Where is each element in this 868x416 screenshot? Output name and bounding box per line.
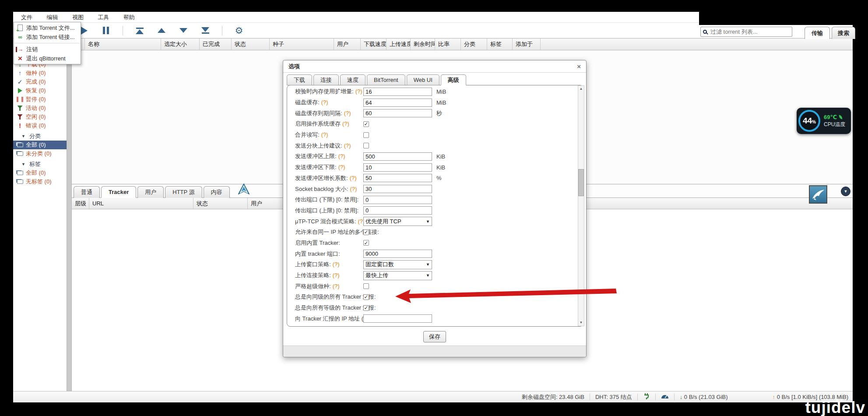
sidebar-section-header[interactable]: 分类 <box>13 132 67 141</box>
column-header[interactable]: 剩余时间 <box>411 39 435 50</box>
help-link[interactable]: (?) <box>344 142 351 149</box>
column-header[interactable]: 已完成 <box>200 39 232 50</box>
save-button[interactable]: 保存 <box>423 331 446 342</box>
field-input[interactable] <box>363 185 432 193</box>
menu-bar-item[interactable]: 文件 <box>15 14 39 21</box>
field-checkbox[interactable] <box>363 294 369 300</box>
menu-item[interactable]: 退出 qBittorrent <box>14 54 81 63</box>
field-select[interactable]: 优先使用 TCP▼ <box>363 217 432 226</box>
help-link[interactable]: (?) <box>321 99 328 106</box>
help-link[interactable]: (?) <box>338 164 345 170</box>
help-link[interactable]: (?) <box>333 283 340 289</box>
tab-search[interactable]: 搜索 <box>832 27 855 39</box>
field-select[interactable]: 固定窗口数▼ <box>363 260 432 269</box>
column-header[interactable]: 状态 <box>193 198 248 209</box>
dialog-title-bar[interactable]: 选项 × <box>283 60 586 73</box>
column-header[interactable]: 用户 <box>334 39 361 50</box>
sidebar-item[interactable]: 完成 (0) <box>13 78 67 86</box>
sidebar-item[interactable]: 暂停 (0) <box>13 95 67 104</box>
move-top-button[interactable] <box>134 25 145 36</box>
column-header[interactable]: 上传速度 <box>387 39 411 50</box>
field-checkbox[interactable] <box>363 132 369 138</box>
field-input[interactable] <box>363 206 432 215</box>
speed-limit-icon[interactable] <box>661 394 669 400</box>
sidebar-section-header[interactable]: 标签 <box>13 160 67 169</box>
sidebar-item[interactable]: 做种 (0) <box>13 69 67 78</box>
help-link[interactable]: (?) <box>344 110 351 116</box>
field-checkbox[interactable] <box>363 283 369 289</box>
help-link[interactable]: (?) <box>321 131 328 138</box>
dialog-scrollbar[interactable]: ▲ ▼ <box>578 85 584 326</box>
details-tab[interactable]: 普通 <box>74 186 100 198</box>
help-link[interactable]: (?) <box>350 186 357 192</box>
details-tab[interactable]: HTTP 源 <box>165 186 202 198</box>
details-tab[interactable]: Tracker <box>101 186 136 198</box>
menu-item[interactable]: 添加 Torrent 链接... <box>14 32 81 42</box>
tab-transfers[interactable]: 传输 <box>805 27 830 39</box>
field-input[interactable] <box>363 250 432 258</box>
column-header[interactable]: 添加于 <box>513 39 541 50</box>
help-link[interactable]: (?) <box>355 88 362 95</box>
menu-item[interactable]: 注销 <box>14 45 81 54</box>
field-checkbox[interactable] <box>363 143 369 148</box>
sidebar-item[interactable]: 未分类 (0) <box>13 149 67 158</box>
sidebar-item[interactable]: 活动 (0) <box>13 104 67 113</box>
field-input[interactable] <box>363 196 432 204</box>
column-header[interactable]: URL <box>89 198 193 209</box>
menu-item[interactable]: 添加 Torrent 文件... <box>14 23 81 32</box>
dialog-tab[interactable]: Web UI <box>407 74 439 85</box>
sidebar-item[interactable]: 全部 (0) <box>13 141 67 149</box>
column-header[interactable]: 名称 <box>85 39 161 50</box>
sidebar-splitter[interactable] <box>67 50 72 391</box>
field-input[interactable] <box>363 99 432 107</box>
pause-button[interactable] <box>101 25 111 36</box>
field-input[interactable] <box>363 174 432 182</box>
sidebar-item[interactable]: 全部 (0) <box>13 169 67 177</box>
help-link[interactable]: (?) <box>342 120 349 127</box>
field-checkbox[interactable] <box>363 229 369 235</box>
field-checkbox[interactable] <box>363 305 369 311</box>
details-tab[interactable]: 内容 <box>204 186 230 198</box>
field-input[interactable] <box>363 163 432 172</box>
column-header[interactable]: 状态 <box>232 39 270 50</box>
field-input[interactable] <box>363 109 432 117</box>
menu-bar-item[interactable]: 工具 <box>91 14 115 21</box>
column-header[interactable]: 下载速度 <box>361 39 387 50</box>
field-checkbox[interactable] <box>363 240 369 246</box>
scroll-down-icon[interactable]: ▼ <box>578 320 584 326</box>
help-link[interactable]: (?) <box>333 272 340 279</box>
column-header[interactable]: 分类 <box>461 39 487 50</box>
chevron-down-icon[interactable]: ▼ <box>841 187 850 196</box>
field-input[interactable] <box>363 314 432 323</box>
move-down-button[interactable] <box>178 25 189 36</box>
field-input[interactable] <box>363 152 432 161</box>
move-up-button[interactable] <box>156 25 167 36</box>
help-link[interactable]: (?) <box>333 261 340 268</box>
dialog-tab[interactable]: 连接 <box>313 74 339 85</box>
scroll-up-icon[interactable]: ▲ <box>578 86 584 92</box>
column-header[interactable]: 比率 <box>435 39 461 50</box>
sidebar-item[interactable]: 恢复 (0) <box>13 86 67 95</box>
bird-icon[interactable] <box>809 185 827 204</box>
dialog-tab[interactable]: BitTorrent <box>367 74 405 85</box>
sidebar-item[interactable]: 空闲 (0) <box>13 113 67 121</box>
scrollbar-thumb[interactable] <box>578 169 584 196</box>
field-select[interactable]: 最快上传▼ <box>363 271 432 280</box>
menu-bar-item[interactable]: 视图 <box>66 14 90 21</box>
help-link[interactable]: (?) <box>350 175 357 181</box>
field-input[interactable] <box>363 88 432 96</box>
options-button[interactable]: ⚙ <box>234 25 244 36</box>
dialog-tab[interactable]: 高级 <box>441 74 466 85</box>
column-header[interactable]: 层级 <box>72 198 89 209</box>
help-link[interactable]: (?) <box>338 153 345 159</box>
menu-bar-item[interactable]: 编辑 <box>40 14 64 21</box>
filter-input[interactable] <box>710 28 784 35</box>
dialog-tab[interactable]: 下载 <box>287 74 312 85</box>
column-header[interactable]: 标签 <box>487 39 513 50</box>
sidebar-item[interactable]: 错误 (0) <box>13 121 67 130</box>
close-icon[interactable]: × <box>577 63 581 70</box>
column-header[interactable]: 选定大小 <box>161 39 200 50</box>
menu-bar-item[interactable]: 帮助 <box>117 14 141 21</box>
field-checkbox[interactable] <box>363 121 369 127</box>
details-tab[interactable]: 用户 <box>137 186 164 198</box>
